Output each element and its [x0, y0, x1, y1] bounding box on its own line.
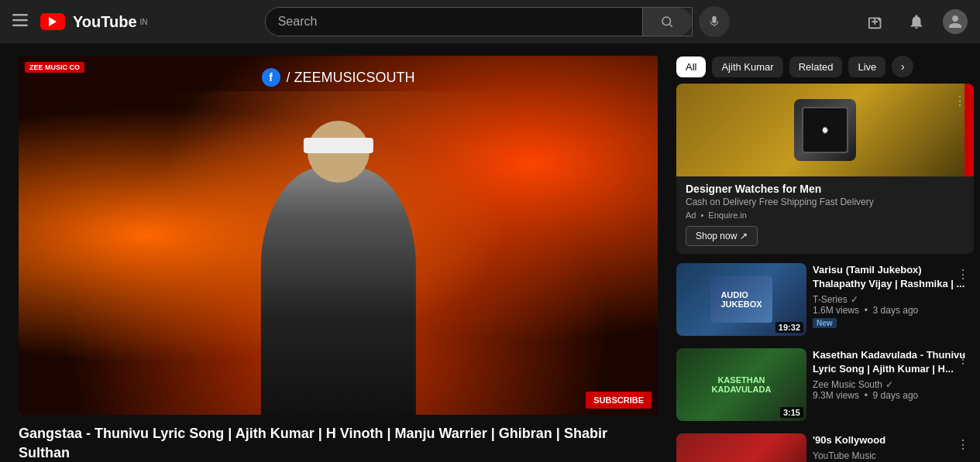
- search-bar: [265, 7, 693, 36]
- filter-scroll-right-button[interactable]: ›: [892, 56, 913, 77]
- tab-ajith-kumar[interactable]: Ajith Kumar: [712, 56, 782, 77]
- video-section: f / ZEEMUSICSOUTH ZEE MUSIC CO SUBSCRIBE…: [0, 43, 670, 462]
- youtube-logo[interactable]: YouTubeIN: [40, 13, 148, 31]
- youtube-logo-text: YouTube: [73, 13, 137, 31]
- video-fb-banner: f / ZEEMUSICSOUTH: [261, 68, 414, 87]
- related-views-varisu: 1.6M views • 3 days ago: [813, 305, 974, 316]
- channel-verified-icon-kasethan: ✓: [885, 379, 893, 390]
- filter-tabs: All Ajith Kumar Related Live ›: [676, 50, 974, 84]
- search-input[interactable]: [266, 8, 642, 36]
- related-thumb-kasethan: KASETHANKADAVULADA 3:15: [676, 348, 806, 421]
- create-button[interactable]: [862, 8, 890, 36]
- notifications-button[interactable]: [903, 8, 930, 36]
- related-more-90s[interactable]: ⋮: [952, 433, 974, 455]
- external-link-icon: ↗: [740, 231, 748, 241]
- svg-rect-2: [12, 24, 28, 26]
- sidebar: All Ajith Kumar Related Live › ⌚ Designe…: [670, 43, 980, 462]
- related-channel-varisu: T-Series ✓: [813, 294, 974, 305]
- search-area: [265, 6, 730, 37]
- related-title-kasethan: Kasethan Kadavulada - Thunivu Lyric Song…: [813, 348, 974, 376]
- ad-watch-image: ⌚: [794, 99, 856, 161]
- related-views-kasethan: 9.3M views • 9 days ago: [813, 390, 974, 401]
- related-channel-90s: YouTube Music: [813, 450, 974, 461]
- related-title-90s: '90s Kollywood: [813, 433, 974, 447]
- ad-separator: •: [700, 210, 703, 220]
- ad-watch-face: ⌚: [802, 107, 848, 153]
- related-channel-kasethan: Zee Music South ✓: [813, 379, 974, 390]
- ad-description: Cash on Delivery Free Shipping Fast Deli…: [686, 197, 965, 207]
- youtube-country-code: IN: [140, 18, 148, 26]
- hamburger-icon[interactable]: [12, 12, 28, 32]
- related-info-kasethan: Kasethan Kadavulada - Thunivu Lyric Song…: [813, 348, 974, 421]
- video-thumbnail: f / ZEEMUSICSOUTH ZEE MUSIC CO SUBSCRIBE: [19, 56, 658, 415]
- related-video-90s[interactable]: '90s 50 ☰ '90s Kollywood YouTube Music U…: [676, 427, 974, 462]
- header-right: [862, 8, 968, 36]
- shop-now-button[interactable]: Shop now ↗: [686, 226, 758, 246]
- related-info-90s: '90s Kollywood YouTube Music Updated tod…: [813, 433, 974, 462]
- related-title-varisu: Varisu (Tamil Jukebox) Thalapathy Vijay …: [813, 263, 974, 291]
- main-content: f / ZEEMUSICSOUTH ZEE MUSIC CO SUBSCRIBE…: [0, 43, 980, 462]
- subscribe-overlay-button[interactable]: SUBSCRIBE: [586, 392, 652, 409]
- svg-line-4: [670, 24, 672, 26]
- related-thumb-varisu: AUDIOJUKEBOX 19:32: [676, 263, 806, 336]
- shop-now-label: Shop now: [696, 231, 737, 241]
- tab-related[interactable]: Related: [789, 56, 843, 77]
- voice-search-button[interactable]: [699, 6, 730, 37]
- related-more-varisu[interactable]: ⋮: [952, 263, 974, 285]
- svg-point-3: [662, 17, 671, 26]
- related-thumb-90s: '90s 50 ☰: [676, 433, 806, 462]
- ad-more-button[interactable]: ⋮: [949, 90, 971, 111]
- tab-live[interactable]: Live: [848, 56, 885, 77]
- youtube-logo-icon: [40, 13, 65, 30]
- ad-card: ⌚ Designer Watches for Men Cash on Deliv…: [676, 84, 974, 254]
- related-videos-list: AUDIOJUKEBOX 19:32 Varisu (Tamil Jukebox…: [676, 257, 974, 462]
- header: YouTubeIN: [0, 0, 980, 43]
- ad-thumbnail: ⌚: [676, 84, 974, 176]
- svg-rect-0: [12, 14, 28, 16]
- facebook-icon: f: [261, 68, 280, 87]
- related-video-varisu[interactable]: AUDIOJUKEBOX 19:32 Varisu (Tamil Jukebox…: [676, 257, 974, 342]
- header-left: YouTubeIN: [12, 12, 198, 32]
- video-title: Gangstaa - Thunivu Lyric Song | Ajith Ku…: [19, 424, 658, 462]
- video-player[interactable]: f / ZEEMUSICSOUTH ZEE MUSIC CO SUBSCRIBE: [19, 56, 658, 415]
- channel-verified-icon: ✓: [851, 294, 858, 305]
- ad-source: Enquire.in: [708, 210, 747, 220]
- user-avatar[interactable]: [943, 9, 968, 34]
- tab-all[interactable]: All: [676, 56, 706, 77]
- ad-label-row: Ad • Enquire.in: [686, 210, 965, 220]
- duration-badge-kasethan: 3:15: [780, 407, 803, 418]
- related-more-kasethan[interactable]: ⋮: [952, 348, 974, 370]
- duration-badge-varisu: 19:32: [775, 322, 803, 333]
- ad-title: Designer Watches for Men: [686, 183, 965, 195]
- svg-rect-1: [12, 19, 28, 21]
- fb-page-name: / ZEEMUSICSOUTH: [286, 70, 414, 86]
- related-video-kasethan[interactable]: KASETHANKADAVULADA 3:15 Kasethan Kadavul…: [676, 342, 974, 427]
- ad-info: Designer Watches for Men Cash on Deliver…: [676, 176, 974, 254]
- related-info-varisu: Varisu (Tamil Jukebox) Thalapathy Vijay …: [813, 263, 974, 336]
- channel-badge-overlay: ZEE MUSIC CO: [25, 62, 84, 73]
- search-button[interactable]: [642, 8, 692, 36]
- ad-badge: Ad: [686, 210, 696, 220]
- new-badge-varisu: New: [813, 318, 837, 328]
